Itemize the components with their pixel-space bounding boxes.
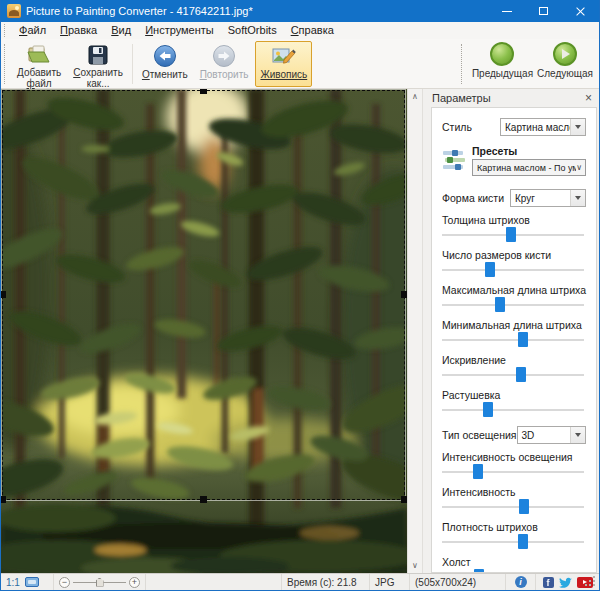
selection-handle-bottom-center[interactable] xyxy=(200,496,207,503)
curvature-label: Искривление xyxy=(442,354,586,366)
info-icon[interactable]: i xyxy=(515,576,527,588)
menu-file[interactable]: Файл xyxy=(12,22,53,39)
facebook-icon[interactable]: f xyxy=(543,577,554,588)
presets-row: Пресеты Картина маслом - По умолча ∨ xyxy=(442,145,586,176)
floppy-disk-icon xyxy=(87,44,109,66)
minimize-button[interactable] xyxy=(488,0,525,22)
presets-select[interactable]: Картина маслом - По умолча ∨ xyxy=(472,159,586,176)
menu-tools[interactable]: Инструменты xyxy=(138,22,221,39)
selection-handle-left-middle[interactable] xyxy=(1,291,6,298)
max-stroke-length-slider[interactable] xyxy=(442,297,586,312)
brush-size-count-slider[interactable] xyxy=(442,262,586,277)
add-file-button[interactable]: Добавить файл xyxy=(12,41,66,87)
brush-shape-row: Форма кисти Круг xyxy=(442,189,586,207)
chevron-down-icon[interactable] xyxy=(570,119,585,135)
style-label: Стиль xyxy=(442,121,472,133)
slider-handle[interactable] xyxy=(485,262,495,277)
undo-button[interactable]: Отменить xyxy=(137,41,193,87)
close-button[interactable] xyxy=(562,0,599,22)
zoom-ratio-segment: 1:1 xyxy=(1,574,53,590)
maximize-button[interactable] xyxy=(525,0,562,22)
slider-handle[interactable] xyxy=(506,227,516,242)
slider-handle[interactable] xyxy=(474,569,484,573)
toolbar-gripper xyxy=(4,44,9,84)
min-stroke-length-slider[interactable] xyxy=(442,332,586,347)
resize-grip[interactable] xyxy=(593,576,595,578)
twitter-icon[interactable] xyxy=(559,577,572,588)
selection-handle-top-center[interactable] xyxy=(200,89,207,94)
brush-size-count-label: Число размеров кисти xyxy=(442,249,586,261)
slider-handle[interactable] xyxy=(518,534,528,549)
undo-label: Отменить xyxy=(142,69,188,80)
lighting-type-select[interactable]: 3D xyxy=(517,426,586,444)
save-as-button[interactable]: Сохранить как... xyxy=(68,41,128,87)
redo-icon xyxy=(212,44,236,68)
youtube-icon[interactable] xyxy=(577,577,593,588)
brush-shape-select[interactable]: Круг xyxy=(510,189,586,207)
presets-column: Пресеты Картина маслом - По умолча ∨ xyxy=(472,145,586,176)
stroke-thickness-slider[interactable] xyxy=(442,227,586,242)
feathering-slider[interactable] xyxy=(442,402,586,417)
scroll-up-icon[interactable]: ∧ xyxy=(412,92,418,101)
menu-edit[interactable]: Правка xyxy=(53,22,104,39)
slider-track xyxy=(442,409,584,411)
fit-to-window-icon[interactable] xyxy=(25,577,39,587)
menu-softorbits[interactable]: SoftOrbits xyxy=(221,22,284,39)
zoom-out-button[interactable]: − xyxy=(59,577,70,588)
panel-scrollbar[interactable]: ∧ ∨ xyxy=(407,89,423,573)
previous-image-button[interactable]: Предыдущая xyxy=(470,40,535,88)
selection-handle-bottom-right[interactable] xyxy=(401,496,407,503)
minimize-icon xyxy=(502,11,512,12)
time-segment: Время (с): 21.8 xyxy=(281,574,369,590)
slider-handle[interactable] xyxy=(473,464,483,479)
zoom-slider-track[interactable] xyxy=(73,582,126,583)
slider-handle[interactable] xyxy=(495,297,505,312)
intensity-slider[interactable] xyxy=(442,499,586,514)
intensity-label: Интенсивность xyxy=(442,486,586,498)
presets-label: Пресеты xyxy=(472,145,586,157)
paint-button[interactable]: Живопись xyxy=(255,41,312,87)
add-file-label: Добавить файл xyxy=(17,67,61,89)
painting-icon xyxy=(271,44,297,68)
redo-button[interactable]: Повторить xyxy=(195,41,254,87)
save-as-label: Сохранить как... xyxy=(73,67,123,89)
selection-handle-bottom-left[interactable] xyxy=(1,496,6,503)
image-dimensions-value: (505x700x24) xyxy=(415,577,476,588)
slider-handle[interactable] xyxy=(516,367,526,382)
panel-close-button[interactable]: × xyxy=(585,92,592,104)
presets-value: Картина маслом - По умолча xyxy=(476,163,576,173)
slider-handle[interactable] xyxy=(519,499,529,514)
chevron-down-icon[interactable] xyxy=(570,427,585,443)
scroll-down-icon[interactable]: ∨ xyxy=(412,561,418,570)
slider-track xyxy=(442,339,584,341)
slider-track xyxy=(442,471,584,473)
menu-help[interactable]: Справка xyxy=(284,22,341,39)
slider-handle[interactable] xyxy=(518,332,528,347)
zoom-slider-segment: − + xyxy=(53,574,145,590)
min-stroke-length-label: Минимальная длина штриха xyxy=(442,319,586,331)
status-bar: 1:1 − + Время (с): 21.8 JPG (505x700x24)… xyxy=(1,573,599,590)
app-icon xyxy=(7,4,21,18)
redo-label: Повторить xyxy=(200,69,249,80)
chevron-down-icon[interactable] xyxy=(570,190,585,206)
zoom-slider-handle[interactable] xyxy=(96,578,104,587)
stroke-density-slider[interactable] xyxy=(442,534,586,549)
undo-icon xyxy=(153,44,177,68)
curvature-slider[interactable] xyxy=(442,367,586,382)
menu-view[interactable]: Вид xyxy=(104,22,138,39)
lighting-intensity-label: Интенсивность освещения xyxy=(442,451,586,463)
selection-marquee[interactable] xyxy=(2,90,405,500)
lighting-type-value: 3D xyxy=(518,430,570,441)
file-format-value: JPG xyxy=(375,577,394,588)
zoom-in-button[interactable]: + xyxy=(129,577,140,588)
canvas-slider[interactable] xyxy=(442,569,586,573)
lighting-intensity-slider[interactable] xyxy=(442,464,586,479)
selection-handle-right-middle[interactable] xyxy=(401,291,407,298)
toolbar-separator-dotted xyxy=(461,44,466,84)
style-select[interactable]: Картина маслом xyxy=(500,118,586,136)
slider-handle[interactable] xyxy=(483,402,493,417)
app-window: Picture to Painting Converter - 41764221… xyxy=(0,0,600,591)
info-segment: i xyxy=(505,574,535,590)
next-image-button[interactable]: Следующая xyxy=(535,40,595,88)
image-canvas[interactable] xyxy=(1,89,407,573)
